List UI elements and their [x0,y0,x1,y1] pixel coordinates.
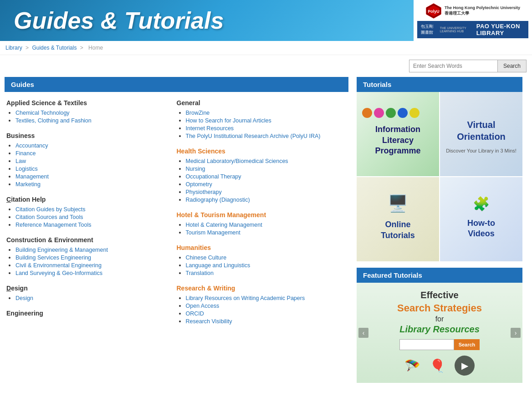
list-item: Land Surveying & Geo-Informatics [15,270,177,276]
link-textiles[interactable]: Textiles, Clothing and Fashion [15,117,92,124]
list-item: Design [15,295,177,301]
link-language-linguistics[interactable]: Language and Linguistics [186,262,251,269]
list-item: Open Access [186,302,347,309]
link-translation[interactable]: Translation [186,270,214,276]
category-citation-help: Citation Help Citation Guides by Subject… [6,196,177,228]
link-land-surveying[interactable]: Land Surveying & Geo-Informatics [15,270,102,276]
featured-search-bar: Search [364,339,515,350]
list-item: Radiography (Diagnostic) [186,196,347,203]
breadcrumb-library[interactable]: Library [5,45,22,51]
list-item: Law [15,158,177,164]
link-tourism-management[interactable]: Tourism Management [186,229,240,236]
featured-search-input[interactable] [399,339,454,350]
category-health-sciences: Health Sciences Medical Laboratory/Biome… [177,148,347,203]
featured-title-line2: Search Strategies [364,302,515,314]
tutorial-card-title-howto: How-toVideos [445,214,517,243]
link-citation-sources[interactable]: Citation Sources and Tools [15,214,83,220]
search-button[interactable]: Search [498,60,527,72]
list-item: Civil & Environmental Engineering [15,262,177,269]
breadcrumb-sep-2: > [80,45,85,51]
link-polyu-ira[interactable]: The PolyU Institutional Research Archive… [186,133,321,139]
guides-left-column: Applied Science & Textiles Chemical Tech… [6,99,177,333]
link-accountancy[interactable]: Accountancy [15,142,48,149]
category-construction: Construction & Environment Building Engi… [6,236,177,276]
tutorial-card-online-tutorials[interactable]: 🖥️ OnlineTutorials [357,177,439,261]
link-building-engineering[interactable]: Building Engineering & Management [15,247,108,253]
guides-right-column: General BrowZine How to Search for Journ… [177,99,347,333]
featured-title-line3: for [364,315,515,323]
list-item: Library Resources on Writing Academic Pa… [186,295,347,301]
svg-text:PolyU: PolyU [428,9,440,14]
tutorial-icon-online: 🖥️ [362,194,434,213]
featured-nav-right[interactable]: › [511,328,521,338]
page-header: Guides & Tutorials PolyU The Hong Kong P… [0,0,532,41]
link-marketing[interactable]: Marketing [15,181,41,188]
bubble-orange [362,108,372,118]
link-finance[interactable]: Finance [15,150,36,157]
featured-title-line1: Effective [364,290,515,300]
category-applied-science: Applied Science & Textiles Chemical Tech… [6,99,177,124]
category-title-design: Design [6,285,177,292]
list-item: Language and Linguistics [186,262,347,269]
category-design: Design Design [6,285,177,301]
polyu-emblem-group: PolyU The Hong Kong Polytechnic Universi… [425,3,520,19]
link-physiotherapy[interactable]: Physiotherapy [186,189,222,195]
link-logistics[interactable]: Logistics [15,166,38,172]
link-management[interactable]: Management [15,173,49,180]
bubble-yellow [409,108,419,118]
link-building-services[interactable]: Building Services Engineering [15,254,91,261]
featured-tutorials-header: Featured Tutorials [357,268,522,283]
link-civil-environmental[interactable]: Civil & Environmental Engineering [15,262,102,269]
link-browzine[interactable]: BrowZine [186,110,210,116]
tutorial-card-title-virtual-orient: VirtualOrientation [445,115,517,146]
tutorial-card-info-lit[interactable]: InformationLiteracyProgramme [357,92,439,176]
list-item: Nursing [186,165,347,172]
link-library-resources-writing[interactable]: Library Resources on Writing Academic Pa… [186,295,305,301]
link-medical-lab[interactable]: Medical Laboratory/Biomedical Sciences [186,158,288,164]
link-citation-guides-subjects[interactable]: Citation Guides by Subjects [15,206,86,213]
category-hotel-tourism: Hotel & Tourism Management Hotel & Cater… [177,211,347,236]
link-law[interactable]: Law [15,158,26,164]
search-input[interactable] [409,60,498,72]
search-bar: Search [0,55,532,77]
guides-body: Applied Science & Textiles Chemical Tech… [0,92,353,340]
list-item: Accountancy [15,142,177,149]
link-chinese-culture[interactable]: Chinese Culture [186,254,227,261]
link-occupational-therapy[interactable]: Occupational Therapy [186,173,241,180]
category-title-humanities: Humanities [177,244,347,251]
tutorial-card-inner-virtual-orient: VirtualOrientation Discover Your Library… [440,92,522,176]
list-item: Research Visibility [186,318,347,325]
list-item: Optometry [186,181,347,188]
featured-search-button[interactable]: Search [454,339,480,350]
link-open-access[interactable]: Open Access [186,303,220,309]
tutorials-header: Tutorials [357,77,522,92]
list-item: Hotel & Catering Management [186,221,347,228]
tutorial-card-title-info-lit: InformationLiteracyProgramme [362,121,434,160]
tutorial-card-how-to[interactable]: 🧩 How-toVideos [440,177,522,261]
category-business: Business Accountancy Finance Law Logisti… [6,132,177,188]
link-reference-management[interactable]: Reference Management Tools [15,222,92,228]
list-item: Tourism Management [186,229,347,236]
list-item: Chinese Culture [186,254,347,261]
list-item: Internet Resources [186,125,347,132]
link-orcid[interactable]: ORCID [186,310,204,317]
category-title-construction: Construction & Environment [6,236,177,244]
polyu-text-block: The Hong Kong Polytechnic University 香港理… [445,5,520,16]
link-nursing[interactable]: Nursing [186,166,205,172]
breadcrumb-guides-tutorials[interactable]: Guides & Tutorials [32,45,77,51]
play-button[interactable]: ▶ [455,356,475,376]
tutorial-card-virtual-orient[interactable]: VirtualOrientation Discover Your Library… [440,92,522,176]
featured-nav-left[interactable]: ‹ [358,328,368,338]
link-internet-resources[interactable]: Internet Resources [186,125,234,132]
link-design[interactable]: Design [15,295,33,301]
link-how-to-search-journals[interactable]: How to Search for Journal Articles [186,117,271,124]
list-item: The PolyU Institutional Research Archive… [186,132,347,139]
link-optometry[interactable]: Optometry [186,181,212,188]
category-general: General BrowZine How to Search for Journ… [177,99,347,139]
link-hotel-catering[interactable]: Hotel & Catering Management [186,222,262,228]
link-research-visibility[interactable]: Research Visibility [186,318,232,325]
link-chemical-technology[interactable]: Chemical Technology [15,110,70,116]
category-title-research-writing: Research & Writing [177,285,347,292]
link-radiography[interactable]: Radiography (Diagnostic) [186,197,250,203]
list-item: Building Services Engineering [15,254,177,261]
